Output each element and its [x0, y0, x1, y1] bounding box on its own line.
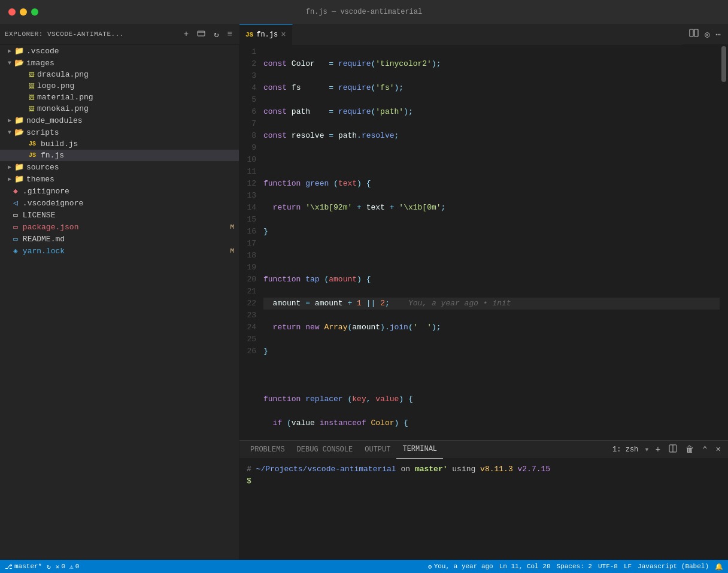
- item-label: monokai.png: [37, 104, 89, 113]
- arrow-icon: ▶: [5, 117, 14, 124]
- content-area: ▶ 📁 .vscode ▼ 📂 images 🖼 dracula.png 🖼 l…: [0, 45, 728, 560]
- git-branch-status[interactable]: ⎇ master*: [5, 563, 42, 571]
- item-label: logo.png: [37, 81, 74, 90]
- code-content[interactable]: const Color = require('tinycolor2'); con…: [263, 45, 720, 440]
- tab-terminal[interactable]: TERMINAL: [396, 441, 443, 459]
- errors-status[interactable]: ✕ 0 ⚠ 0: [56, 563, 79, 571]
- sidebar-item-vscode[interactable]: ▶ 📁 .vscode: [0, 45, 239, 57]
- terminal-ruby: v2.7.15: [513, 465, 550, 474]
- language-status[interactable]: Javascript (Babel): [638, 563, 709, 570]
- arrow-icon: ▶: [5, 175, 14, 183]
- terminal-on: on: [396, 465, 415, 474]
- cursor-position[interactable]: Ln 11, Col 28: [499, 563, 551, 570]
- vscode-file-icon: ◁: [13, 198, 18, 208]
- sidebar-item-images[interactable]: ▼ 📂 images: [0, 57, 239, 69]
- sync-status[interactable]: ↻: [47, 563, 51, 571]
- blame-icon: ⊙: [428, 563, 432, 571]
- sidebar-item-buildjs[interactable]: JS build.js: [0, 138, 239, 150]
- sidebar: ▶ 📁 .vscode ▼ 📂 images 🖼 dracula.png 🖼 l…: [0, 45, 239, 560]
- split-terminal-icon[interactable]: [666, 443, 680, 456]
- modified-badge: M: [230, 247, 234, 254]
- terminal-branch: master': [415, 465, 448, 474]
- delete-terminal-icon[interactable]: 🗑: [683, 444, 696, 456]
- folder-icon: 📁: [14, 162, 24, 172]
- error-icon: ✕: [56, 563, 60, 571]
- folder-icon: 📁: [14, 174, 24, 184]
- terminal-content[interactable]: # ~/Projects/vscode-antimaterial on mast…: [239, 459, 728, 560]
- editor-scrollbar[interactable]: [720, 45, 728, 440]
- sidebar-item-nodemodules[interactable]: ▶ 📁 node_modules: [0, 114, 239, 126]
- git-branch-icon: ⎇: [5, 563, 13, 571]
- item-label: build.js: [41, 140, 78, 148]
- maximize-panel-icon[interactable]: ⌃: [700, 443, 709, 456]
- warning-count: 0: [75, 563, 80, 570]
- item-label: scripts: [26, 128, 59, 137]
- scrollbar-thumb[interactable]: [721, 46, 726, 82]
- svg-rect-0: [198, 31, 205, 36]
- modified-badge: M: [230, 223, 234, 231]
- sidebar-item-themes[interactable]: ▶ 📁 themes: [0, 173, 239, 185]
- editor-toolbar-right[interactable]: ◎ ⋯: [682, 27, 728, 41]
- sidebar-item-yarnlock[interactable]: ◈ yarn.lock M: [0, 245, 239, 257]
- new-folder-icon[interactable]: [195, 28, 208, 41]
- panel-tabs: PROBLEMS DEBUG CONSOLE OUTPUT TERMINAL 1…: [239, 441, 728, 459]
- sidebar-item-vscodeignore[interactable]: ◁ .vscodeignore: [0, 197, 239, 209]
- app-body: EXPLORER: VSCODE-ANTIMATE... + ↻ ≡ JS fn…: [0, 24, 728, 573]
- sidebar-item-scripts[interactable]: ▼ 📂 scripts: [0, 126, 239, 138]
- new-file-icon[interactable]: +: [181, 28, 191, 40]
- explorer-toolbar[interactable]: + ↻ ≡: [181, 28, 235, 41]
- window-controls[interactable]: [8, 8, 38, 16]
- sidebar-item-material[interactable]: 🖼 material.png: [0, 92, 239, 103]
- window-title: fn.js — vscode-antimaterial: [306, 8, 422, 16]
- sidebar-item-fnjs[interactable]: JS fn.js: [0, 150, 239, 161]
- sidebar-item-gitignore[interactable]: ◆ .gitignore: [0, 185, 239, 197]
- minimize-button[interactable]: [20, 8, 27, 16]
- close-panel-icon[interactable]: ×: [714, 444, 723, 456]
- explorer-header: EXPLORER: VSCODE-ANTIMATE... + ↻ ≡: [0, 28, 239, 41]
- toggle-icon[interactable]: ◎: [702, 28, 712, 41]
- line-ending-status[interactable]: LF: [624, 563, 632, 570]
- tab-fnjs[interactable]: JS fn.js ×: [239, 24, 293, 45]
- git-file-icon: ◆: [13, 186, 18, 196]
- close-button[interactable]: [8, 8, 16, 16]
- collapse-icon[interactable]: ≡: [225, 28, 235, 40]
- terminal-line-1: # ~/Projects/vscode-antimaterial on mast…: [247, 463, 721, 475]
- maximize-button[interactable]: [31, 8, 38, 16]
- sidebar-item-logo[interactable]: 🖼 logo.png: [0, 80, 239, 92]
- svg-rect-1: [690, 29, 693, 37]
- indentation-status[interactable]: Spaces: 2: [557, 563, 592, 570]
- tab-problems[interactable]: PROBLEMS: [244, 441, 291, 459]
- code-view[interactable]: 12345 678910 1112131415 1617181920 21222…: [239, 45, 728, 440]
- more-actions-icon[interactable]: ⋯: [714, 28, 723, 41]
- svg-rect-2: [694, 29, 698, 37]
- tab-close-icon[interactable]: ×: [281, 31, 286, 39]
- license-file-icon: ▭: [13, 210, 18, 220]
- tab-output[interactable]: OUTPUT: [359, 441, 396, 459]
- split-editor-icon[interactable]: [687, 27, 701, 41]
- sidebar-item-readme[interactable]: ▭ README.md: [0, 233, 239, 245]
- image-file-icon: 🖼: [29, 83, 35, 90]
- new-terminal-icon[interactable]: +: [653, 444, 663, 456]
- language-label: Javascript (Babel): [638, 563, 709, 570]
- sidebar-item-license[interactable]: ▭ LICENSE: [0, 209, 239, 221]
- sidebar-item-dracula[interactable]: 🖼 dracula.png: [0, 69, 239, 80]
- panel-tab-actions[interactable]: 1: zsh ▾ + 🗑 ⌃ ×: [612, 443, 723, 456]
- item-label: material.png: [37, 93, 93, 102]
- spaces-label: Spaces: 2: [557, 563, 592, 570]
- tab-debug-console[interactable]: DEBUG CONSOLE: [291, 441, 359, 459]
- item-label: .vscode: [26, 47, 59, 56]
- terminal-dropdown-icon[interactable]: ▾: [644, 444, 649, 454]
- terminal-path: ~/Projects/vscode-antimaterial: [256, 465, 396, 474]
- yarn-file-icon: ◈: [13, 246, 18, 256]
- warning-icon: ⚠: [69, 563, 74, 571]
- sidebar-item-packagejson[interactable]: ▭ package.json M: [0, 221, 239, 233]
- folder-icon: 📂: [14, 58, 24, 68]
- readme-file-icon: ▭: [13, 234, 18, 244]
- refresh-icon[interactable]: ↻: [211, 28, 221, 41]
- item-label: .gitignore: [23, 187, 69, 196]
- sidebar-item-monokai[interactable]: 🖼 monokai.png: [0, 103, 239, 114]
- terminal-line-2: $: [247, 475, 721, 487]
- sidebar-item-sources[interactable]: ▶ 📁 sources: [0, 161, 239, 173]
- encoding-status[interactable]: UTF-8: [598, 563, 618, 570]
- notification-status[interactable]: 🔔: [715, 563, 723, 571]
